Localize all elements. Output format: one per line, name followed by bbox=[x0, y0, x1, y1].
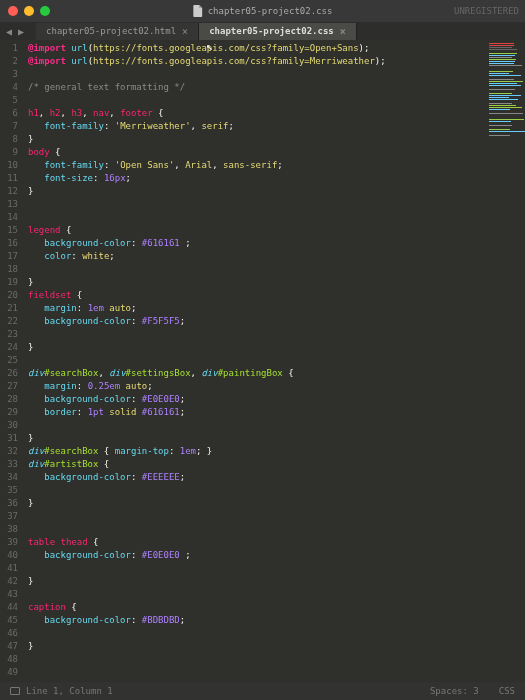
minimize-window-button[interactable] bbox=[24, 6, 34, 16]
minimap[interactable] bbox=[487, 40, 525, 682]
nav-back-icon[interactable]: ◀ bbox=[6, 26, 12, 37]
window-title: chapter05-project02.css bbox=[193, 5, 333, 17]
code-content[interactable]: @import url(https://fonts.googleapis.com… bbox=[22, 40, 386, 682]
tab-bar: ◀ ▶ chapter05-project02.html×chapter05-p… bbox=[0, 22, 525, 40]
window-controls bbox=[8, 6, 50, 16]
tab-label: chapter05-project02.html bbox=[46, 26, 176, 36]
tab-1[interactable]: chapter05-project02.css× bbox=[199, 23, 357, 40]
editor-area: 1234567891011121314151617181920212223242… bbox=[0, 40, 525, 682]
indentation-setting[interactable]: Spaces: 3 bbox=[430, 686, 479, 696]
close-window-button[interactable] bbox=[8, 6, 18, 16]
syntax-mode[interactable]: CSS bbox=[499, 686, 515, 696]
panel-icon[interactable] bbox=[10, 687, 20, 695]
line-number-gutter: 1234567891011121314151617181920212223242… bbox=[0, 40, 22, 682]
tab-label: chapter05-project02.css bbox=[209, 26, 334, 36]
cursor-position: Line 1, Column 1 bbox=[26, 686, 113, 696]
unregistered-label: UNREGISTERED bbox=[454, 6, 519, 16]
status-bar: Line 1, Column 1 Spaces: 3 CSS bbox=[0, 682, 525, 700]
window-titlebar: chapter05-project02.css UNREGISTERED bbox=[0, 0, 525, 22]
maximize-window-button[interactable] bbox=[40, 6, 50, 16]
tab-0[interactable]: chapter05-project02.html× bbox=[36, 23, 199, 40]
nav-forward-icon[interactable]: ▶ bbox=[18, 26, 24, 37]
tab-close-icon[interactable]: × bbox=[182, 26, 188, 37]
tabs: chapter05-project02.html×chapter05-proje… bbox=[36, 23, 357, 40]
tab-close-icon[interactable]: × bbox=[340, 26, 346, 37]
file-icon bbox=[193, 5, 203, 17]
title-text: chapter05-project02.css bbox=[208, 6, 333, 16]
